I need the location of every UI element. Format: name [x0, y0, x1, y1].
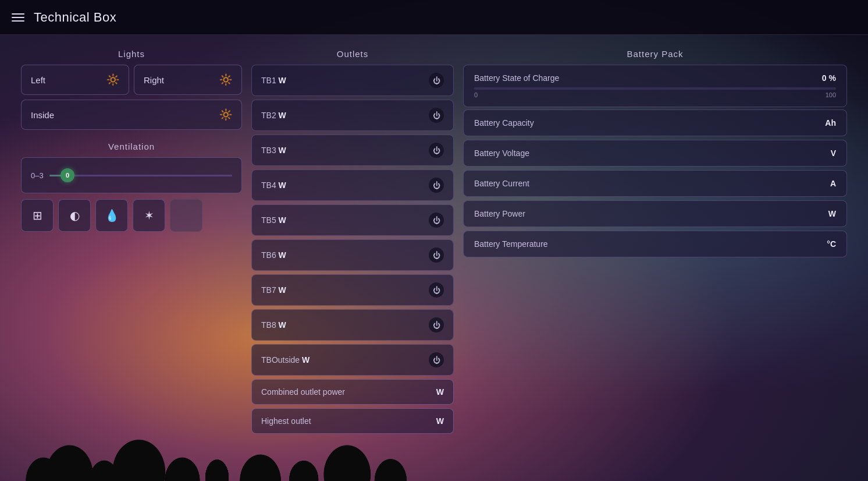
- outlet-tb6-plug-icon[interactable]: ⏻: [429, 247, 444, 263]
- vent-slider-wrapper: 0: [49, 166, 232, 185]
- right-light-button[interactable]: Right 🔆: [134, 65, 242, 95]
- outlet-tb1-name: TB1 W: [261, 76, 286, 85]
- outlet-tb3-plug-icon[interactable]: ⏻: [429, 143, 444, 158]
- soc-bar-labels: 0 100: [474, 91, 836, 98]
- battery-temp-header: Battery Temperature °C: [474, 239, 836, 249]
- outlet-tb4-name: TB4 W: [261, 181, 286, 190]
- battery-capacity-header: Battery Capacity Ah: [474, 118, 836, 128]
- outlets-panel: Outlets TB1 W ⏻ TB2 W ⏻ TB3 W ⏻: [242, 49, 463, 467]
- vent-mode-drop[interactable]: 💧: [95, 199, 128, 232]
- outlet-tb7-plug-icon[interactable]: ⏻: [429, 282, 444, 298]
- app-title: Technical Box: [34, 10, 116, 25]
- left-panel: Lights Left 🔆 Right 🔆 Inside 🔆 Ventilati…: [21, 49, 242, 467]
- outlet-tboutside-right: ⏻: [423, 352, 444, 367]
- outlet-tb5-right: ⏻: [423, 213, 444, 228]
- outlet-tboutside: TBOutside W ⏻: [251, 344, 454, 376]
- outlet-highest: Highest outlet W: [251, 408, 454, 434]
- battery-current-header: Battery Current A: [474, 179, 836, 188]
- battery-soc-header: Battery State of Charge 0 %: [474, 73, 836, 83]
- soc-min-label: 0: [474, 91, 478, 98]
- outlet-tb3-name: TB3 W: [261, 146, 286, 155]
- outlet-highest-right: W: [436, 416, 444, 426]
- battery-voltage-row: Battery Voltage V: [463, 140, 847, 167]
- ventilation-header: Ventilation: [21, 142, 242, 151]
- slider-track: [49, 175, 232, 176]
- outlets-header: Outlets: [251, 49, 454, 59]
- ventilation-section: Ventilation 0–3 0 ⊞ ◐: [21, 142, 242, 232]
- outlet-tb5-name: TB5 W: [261, 215, 286, 225]
- outlet-tb1: TB1 W ⏻: [251, 65, 454, 96]
- battery-panel: Battery Pack Battery State of Charge 0 %…: [463, 49, 847, 467]
- outlet-combined: Combined outlet power W: [251, 379, 454, 405]
- left-light-label: Left: [31, 75, 45, 85]
- left-bulb-icon: 🔆: [106, 73, 119, 86]
- drop-icon: 💧: [105, 208, 119, 222]
- right-light-label: Right: [144, 75, 164, 85]
- outlet-tb8-plug-icon[interactable]: ⏻: [429, 317, 444, 333]
- outlet-tb6-right: ⏻: [423, 247, 444, 263]
- outlet-combined-right: W: [436, 387, 444, 397]
- outlet-combined-unit: W: [436, 387, 444, 397]
- inside-light-label: Inside: [31, 110, 54, 120]
- grid-icon: ⊞: [33, 208, 42, 222]
- battery-soc-unit: %: [829, 73, 836, 83]
- vent-mode-moon[interactable]: ◐: [58, 199, 91, 232]
- lights-header: Lights: [21, 49, 242, 59]
- battery-power-label: Battery Power: [474, 209, 525, 218]
- outlet-highest-unit: W: [436, 416, 444, 426]
- battery-soc-row: Battery State of Charge 0 % 0 100: [463, 65, 847, 107]
- outlet-tb5-plug-icon[interactable]: ⏻: [429, 213, 444, 228]
- battery-capacity-value: Ah: [825, 118, 836, 128]
- battery-capacity-row: Battery Capacity Ah: [463, 109, 847, 136]
- vent-mode-extra[interactable]: [170, 199, 202, 232]
- battery-soc-number: 0: [822, 73, 827, 83]
- battery-current-label: Battery Current: [474, 179, 529, 188]
- outlet-tb5: TB5 W ⏻: [251, 204, 454, 236]
- battery-power-header: Battery Power W: [474, 209, 836, 218]
- left-light-button[interactable]: Left 🔆: [21, 65, 129, 95]
- battery-temp-row: Battery Temperature °C: [463, 231, 847, 257]
- inside-bulb-icon: 🔆: [219, 108, 232, 121]
- lights-section: Lights Left 🔆 Right 🔆 Inside 🔆: [21, 49, 242, 135]
- outlet-tb6: TB6 W ⏻: [251, 239, 454, 271]
- slider-thumb[interactable]: 0: [61, 168, 74, 182]
- inside-light-button[interactable]: Inside 🔆: [21, 100, 242, 130]
- battery-power-row: Battery Power W: [463, 200, 847, 227]
- battery-capacity-label: Battery Capacity: [474, 118, 534, 128]
- slider-value: 0: [66, 172, 69, 179]
- soc-bar-container: [474, 87, 836, 90]
- battery-current-row: Battery Current A: [463, 170, 847, 197]
- battery-power-value: W: [828, 209, 836, 218]
- vent-mode-sun[interactable]: ✶: [133, 199, 165, 232]
- topbar: Technical Box: [0, 0, 868, 35]
- outlet-tb2: TB2 W ⏻: [251, 100, 454, 131]
- outlet-tboutside-name: TBOutside W: [261, 355, 310, 365]
- outlet-tb8: TB8 W ⏻: [251, 309, 454, 341]
- outlet-tb4-plug-icon[interactable]: ⏻: [429, 178, 444, 193]
- battery-temp-label: Battery Temperature: [474, 239, 548, 249]
- outlet-tb7-name: TB7 W: [261, 285, 286, 295]
- right-bulb-icon: 🔆: [219, 73, 232, 86]
- outlet-tb2-name: TB2 W: [261, 111, 286, 120]
- battery-header: Battery Pack: [463, 49, 847, 59]
- outlet-combined-label: Combined outlet power: [261, 387, 345, 397]
- outlet-tb2-plug-icon[interactable]: ⏻: [429, 108, 444, 123]
- vent-mode-grid[interactable]: ⊞: [21, 199, 54, 232]
- outlet-tb6-name: TB6 W: [261, 250, 286, 260]
- battery-soc-value: 0 %: [822, 73, 836, 83]
- outlet-tb8-name: TB8 W: [261, 320, 286, 330]
- battery-soc-label: Battery State of Charge: [474, 73, 559, 83]
- outlet-tb7-right: ⏻: [423, 282, 444, 298]
- outlet-tb1-plug-icon[interactable]: ⏻: [429, 73, 444, 88]
- sun-icon: ✶: [144, 208, 154, 222]
- outlet-tboutside-plug-icon[interactable]: ⏻: [429, 352, 444, 367]
- battery-temp-value: °C: [827, 239, 836, 249]
- hamburger-menu-icon[interactable]: [12, 13, 24, 22]
- lights-row-top: Left 🔆 Right 🔆: [21, 65, 242, 95]
- outlet-tb3-right: ⏻: [423, 143, 444, 158]
- battery-voltage-label: Battery Voltage: [474, 148, 529, 158]
- soc-max-label: 100: [826, 91, 836, 98]
- battery-voltage-value: V: [831, 148, 836, 158]
- outlet-tb1-right: ⏻: [423, 73, 444, 88]
- main-content: Lights Left 🔆 Right 🔆 Inside 🔆 Ventilati…: [0, 35, 868, 481]
